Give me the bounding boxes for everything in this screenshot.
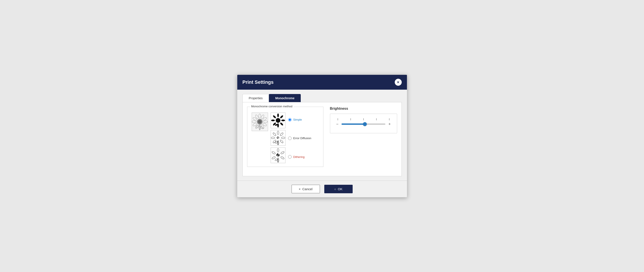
brightness-slider-row: − + [336, 122, 392, 126]
svg-point-46 [278, 137, 278, 138]
cancel-button[interactable]: × Cancel [292, 185, 320, 193]
error-diffusion-preview [271, 130, 286, 146]
brightness-slider[interactable] [342, 124, 385, 125]
option-simple[interactable]: Simple [288, 118, 312, 122]
tick-4 [376, 118, 377, 120]
close-button[interactable]: × [395, 79, 402, 86]
svg-point-43 [278, 138, 278, 139]
simple-preview [271, 112, 286, 128]
group-legend: Monochrome conversion method [250, 105, 294, 108]
svg-point-40 [278, 136, 278, 137]
svg-point-47 [278, 138, 278, 138]
ok-icon: ○ [334, 187, 336, 191]
dialog-title: Print Settings [242, 80, 274, 85]
svg-point-59 [277, 153, 278, 154]
tick-2 [350, 118, 351, 120]
cancel-icon: × [299, 187, 300, 191]
brightness-group: Brightness − [330, 107, 397, 167]
conversion-method-group: Monochrome conversion method [247, 107, 324, 167]
svg-point-42 [278, 138, 279, 138]
ok-label: OK [338, 187, 342, 191]
svg-point-21 [281, 120, 285, 121]
brightness-title: Brightness [330, 107, 397, 110]
original-preview [252, 112, 268, 131]
preview-column [271, 112, 286, 163]
brightness-decrease-button[interactable]: − [336, 122, 340, 126]
svg-point-48 [278, 137, 279, 137]
tick-1 [338, 118, 338, 120]
svg-point-14 [258, 120, 262, 124]
svg-point-19 [277, 114, 279, 117]
content-inner: Monochrome conversion method [247, 107, 397, 167]
tab-bar: Properties Monochrome [242, 94, 402, 102]
cancel-label: Cancel [302, 187, 312, 191]
radio-column: Simple Error Diffusion Dithering [288, 112, 312, 163]
print-settings-dialog: Print Settings × Properties Monochrome M… [237, 74, 407, 198]
option-error-diffusion[interactable]: Error Diffusion [288, 136, 312, 140]
error-diffusion-label: Error Diffusion [293, 136, 312, 140]
simple-label: Simple [293, 118, 302, 121]
ok-button[interactable]: ○ OK [324, 185, 353, 193]
svg-point-63 [278, 156, 278, 156]
brightness-box: − + [330, 114, 397, 133]
tick-5 [389, 118, 390, 120]
svg-point-66 [277, 155, 277, 155]
dithering-label: Dithering [293, 155, 305, 158]
dialog-header: Print Settings × [237, 75, 407, 90]
tab-monochrome[interactable]: Monochrome [269, 94, 301, 102]
svg-point-64 [277, 156, 278, 156]
svg-point-68 [278, 155, 279, 156]
brightness-ticks [336, 118, 392, 120]
dithering-preview [271, 148, 286, 163]
tick-3 [363, 118, 364, 120]
svg-point-27 [276, 118, 280, 122]
svg-point-25 [271, 120, 274, 121]
tab-content: Monochrome conversion method [242, 102, 402, 176]
option-dithering[interactable]: Dithering [288, 155, 312, 158]
svg-point-60 [278, 154, 279, 155]
brightness-increase-button[interactable]: + [388, 122, 392, 126]
svg-point-45 [276, 138, 277, 138]
dialog-body: Properties Monochrome Monochrome convers… [237, 90, 407, 180]
slider-thumb[interactable] [363, 122, 367, 126]
svg-point-39 [277, 137, 278, 138]
tab-properties[interactable]: Properties [242, 94, 269, 102]
dialog-footer: × Cancel ○ OK [237, 180, 407, 197]
conversion-options: Simple Error Diffusion Dithering [252, 112, 319, 163]
svg-point-61 [279, 154, 280, 155]
